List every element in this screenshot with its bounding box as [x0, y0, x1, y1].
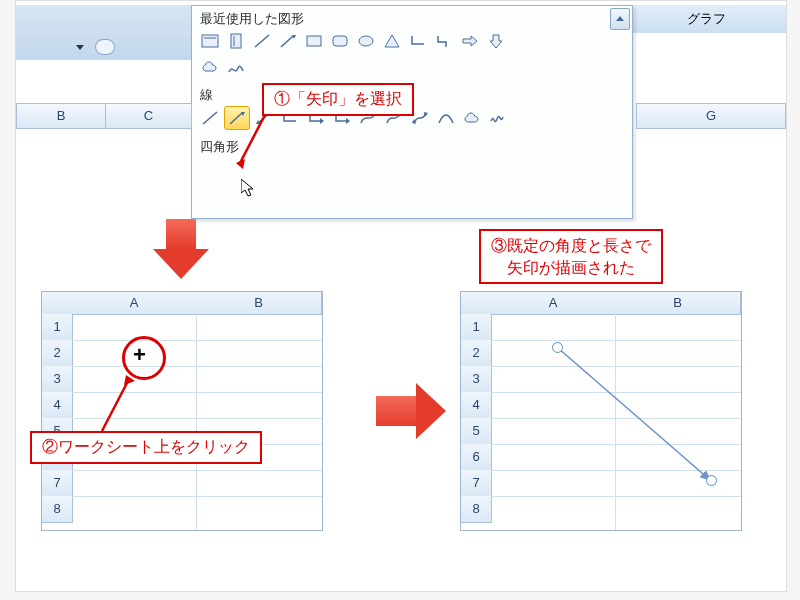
ellipse-icon[interactable] — [354, 30, 378, 52]
chevron-down-icon — [76, 45, 84, 50]
svg-point-9 — [359, 36, 373, 46]
column-label: B — [254, 295, 263, 310]
row-header[interactable]: 7 — [461, 470, 492, 497]
column-header[interactable]: A — [72, 292, 197, 315]
row-label: 2 — [53, 345, 60, 360]
svg-rect-8 — [333, 36, 347, 46]
row-header[interactable]: 3 — [42, 366, 73, 393]
row-header[interactable]: 3 — [461, 366, 492, 393]
callout-text: ②ワークシート上をクリック — [42, 438, 250, 455]
callout-2: ②ワークシート上をクリック — [30, 431, 262, 464]
svg-rect-0 — [202, 35, 218, 47]
freeform-icon[interactable] — [224, 56, 248, 78]
column-header[interactable]: A — [491, 292, 616, 315]
shape-handle-start[interactable] — [552, 342, 563, 353]
column-label: B — [57, 108, 66, 123]
row-label: 3 — [53, 371, 60, 386]
row-label: 8 — [472, 501, 479, 516]
shape-preview-icon — [95, 39, 115, 55]
svg-line-26 — [240, 113, 266, 163]
row-header[interactable]: 4 — [42, 392, 73, 419]
row-label: 7 — [53, 475, 60, 490]
ribbon-left-pane — [16, 5, 192, 60]
row-label: 4 — [472, 397, 479, 412]
row-label: 4 — [53, 397, 60, 412]
column-header[interactable]: B — [615, 292, 741, 315]
column-label: A — [130, 295, 139, 310]
svg-marker-12 — [490, 35, 502, 48]
row-label: 1 — [472, 319, 479, 334]
row-header[interactable]: 2 — [461, 340, 492, 367]
callout-1-pointer — [236, 113, 276, 176]
row-label: 2 — [472, 345, 479, 360]
rectangle-icon[interactable] — [302, 30, 326, 52]
row-label: 6 — [472, 449, 479, 464]
textbox-v-icon[interactable] — [224, 30, 248, 52]
column-label: G — [706, 108, 716, 123]
drawn-arrow-shape[interactable] — [552, 342, 722, 492]
connector-s-icon[interactable] — [432, 30, 456, 52]
gallery-scroll-up[interactable] — [610, 8, 630, 30]
svg-line-28 — [102, 381, 128, 431]
block-arrow-down-icon[interactable] — [484, 30, 508, 52]
column-label: A — [549, 295, 558, 310]
line-icon[interactable] — [250, 30, 274, 52]
svg-line-30 — [558, 348, 710, 480]
svg-line-4 — [255, 35, 269, 47]
row-header[interactable]: 6 — [461, 444, 492, 471]
svg-marker-25 — [241, 179, 253, 196]
row-label: 5 — [472, 423, 479, 438]
svg-rect-7 — [307, 36, 321, 46]
ribbon-group-graph[interactable]: グラフ — [625, 5, 786, 33]
svg-marker-29 — [124, 375, 135, 385]
select-all-corner[interactable] — [42, 292, 73, 315]
callout-text: ①「矢印」を選択 — [274, 90, 402, 107]
shapes-dropdown-button[interactable] — [76, 39, 116, 57]
callout-text: 矢印が描画された — [507, 259, 635, 276]
gallery-section-recent: 最近使用した図形 — [192, 6, 632, 30]
svg-marker-10 — [385, 35, 399, 47]
svg-line-5 — [281, 36, 293, 47]
row-header[interactable]: 2 — [42, 340, 73, 367]
rounded-rect-icon[interactable] — [328, 30, 352, 52]
triangle-icon[interactable] — [380, 30, 404, 52]
row-label: 7 — [472, 475, 479, 490]
row-label: 3 — [472, 371, 479, 386]
row-header[interactable]: 8 — [42, 496, 73, 523]
row-header[interactable]: 4 — [461, 392, 492, 419]
block-arrow-right-icon[interactable] — [458, 30, 482, 52]
row-header[interactable]: 8 — [461, 496, 492, 523]
callout-3: ③既定の角度と長さで 矢印が描画された — [479, 229, 663, 284]
row-header[interactable]: 5 — [461, 418, 492, 445]
callout-1: ①「矢印」を選択 — [262, 83, 414, 116]
connector-l-icon[interactable] — [406, 30, 430, 52]
svg-marker-11 — [463, 36, 477, 46]
row-header[interactable]: 1 — [461, 314, 492, 341]
crosshair-cursor-icon: + — [133, 344, 146, 366]
worksheet-left[interactable]: A B 1 2 3 4 5 6 7 8 — [41, 291, 323, 531]
row-label: 8 — [53, 501, 60, 516]
svg-rect-2 — [231, 34, 241, 48]
row-header[interactable]: 7 — [42, 470, 73, 497]
cloud-icon[interactable] — [198, 56, 222, 78]
gallery-row-recent-2 — [192, 56, 632, 82]
column-label: C — [144, 108, 153, 123]
row-header[interactable]: 1 — [42, 314, 73, 341]
column-header[interactable]: G — [636, 103, 786, 129]
column-header[interactable]: B — [196, 292, 322, 315]
textbox-h-icon[interactable] — [198, 30, 222, 52]
shape-handle-end[interactable] — [706, 475, 717, 486]
select-all-corner[interactable] — [461, 292, 492, 315]
gallery-row-recent — [192, 30, 632, 56]
column-header[interactable]: B — [16, 103, 106, 129]
ribbon-group-label: グラフ — [687, 11, 726, 26]
arrow-line-icon[interactable] — [276, 30, 300, 52]
row-label: 1 — [53, 319, 60, 334]
column-label: B — [673, 295, 682, 310]
column-header[interactable]: C — [105, 103, 192, 129]
callout-text: ③既定の角度と長さで — [491, 237, 651, 254]
callout-2-pointer — [102, 373, 152, 436]
